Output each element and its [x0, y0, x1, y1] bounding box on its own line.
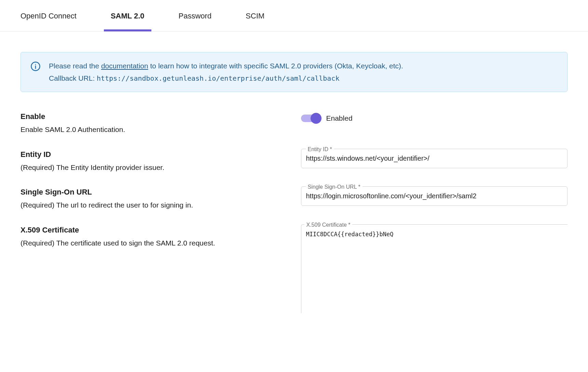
sso-url-description: Single Sign-On URL (Required) The url to…	[20, 186, 287, 211]
tab-openid-connect[interactable]: OpenID Connect	[20, 10, 77, 31]
enable-toggle-row: Enabled	[301, 111, 568, 124]
entity-id-field: Entity ID *	[301, 149, 568, 168]
enable-toggle[interactable]	[301, 113, 321, 123]
svg-point-2	[35, 64, 36, 65]
enable-description: Enable Enable SAML 2.0 Authentication.	[20, 111, 287, 135]
sso-url-label: Single Sign-On URL *	[306, 183, 363, 191]
callback-label: Callback URL:	[49, 74, 97, 82]
entity-id-description: Entity ID (Required) The Entity Identity…	[20, 149, 287, 173]
tab-saml[interactable]: SAML 2.0	[111, 10, 145, 31]
info-icon	[30, 61, 41, 75]
cert-desc-text: (Required) The certificate used to sign …	[20, 238, 287, 249]
info-prefix: Please read the	[49, 62, 101, 70]
tab-bar: OpenID Connect SAML 2.0 Password SCIM	[0, 0, 588, 31]
documentation-link[interactable]: documentation	[101, 62, 148, 70]
tab-scim[interactable]: SCIM	[246, 10, 264, 31]
entity-id-label: Entity ID *	[306, 145, 334, 154]
entity-id-title: Entity ID	[20, 149, 287, 160]
cert-textarea[interactable]	[301, 224, 568, 313]
cert-title: X.509 Certificate	[20, 224, 287, 236]
enable-title: Enable	[20, 111, 287, 122]
info-suffix: to learn how to integrate with specific …	[148, 62, 403, 70]
sso-url-desc-text: (Required) The url to redirect the user …	[20, 200, 287, 211]
enable-toggle-label: Enabled	[326, 113, 353, 124]
cert-label: X.509 Certificate *	[304, 221, 353, 229]
tab-panel-saml: Please read the documentation to learn h…	[0, 31, 588, 336]
info-banner: Please read the documentation to learn h…	[20, 52, 568, 92]
entity-id-desc-text: (Required) The Entity Identity provider …	[20, 162, 287, 173]
info-text: Please read the documentation to learn h…	[49, 61, 403, 83]
callback-url: https://sandbox.getunleash.io/enterprise…	[97, 74, 339, 82]
sso-url-title: Single Sign-On URL	[20, 186, 287, 198]
enable-desc-text: Enable SAML 2.0 Authentication.	[20, 124, 287, 135]
cert-description: X.509 Certificate (Required) The certifi…	[20, 224, 287, 249]
sso-url-field: Single Sign-On URL *	[301, 186, 568, 206]
entity-id-input[interactable]	[301, 149, 568, 168]
cert-field: X.509 Certificate *	[301, 224, 568, 316]
tab-password[interactable]: Password	[179, 10, 212, 31]
